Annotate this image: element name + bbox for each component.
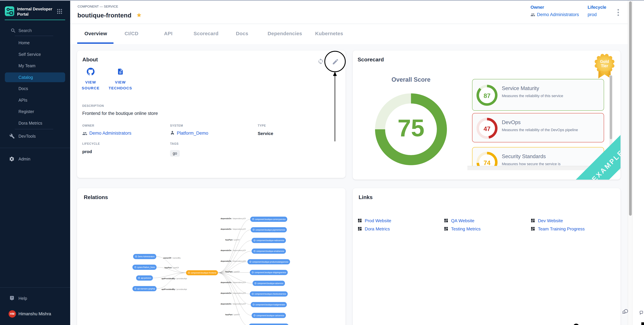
svg-text:component:boutique-loadgenerat: component:boutique-loadgenerator	[255, 304, 285, 306]
svg-text:component:boutique-redisservic: component:boutique-redisservice	[256, 239, 284, 242]
svg-text:dependsOn / dependencyOf: dependsOn / dependencyOf	[220, 303, 246, 305]
svg-text:hasPart / partOf: hasPart / partOf	[164, 267, 179, 269]
svg-text:api:starwars-graphql: api:starwars-graphql	[137, 288, 155, 290]
svg-text:component:boutique-checkoutser: component:boutique-checkoutservice	[254, 293, 286, 295]
svg-text:Gold: Gold	[600, 59, 609, 64]
svg-text:apiProvidedBy / providesApi: apiProvidedBy / providesApi	[162, 288, 187, 290]
svg-text:Demo Administrators: Demo Administrators	[138, 255, 154, 258]
svg-text:dependsOn / dependencyOf: dependsOn / dependencyOf	[220, 217, 246, 220]
svg-text:hasPart / partOf: hasPart / partOf	[225, 271, 240, 273]
svg-text:74: 74	[484, 159, 491, 166]
svg-text:component:boutique-paymentserv: component:boutique-paymentservice	[255, 229, 285, 231]
svg-text:system:Platform_Demo: system:Platform_Demo	[137, 266, 155, 269]
svg-text:component:boutique-currencyser: component:boutique-currencyservice	[255, 218, 286, 220]
svg-text:47: 47	[484, 125, 490, 132]
svg-text:75: 75	[398, 115, 424, 142]
svg-text:Tier: Tier	[601, 64, 608, 68]
svg-text:component:boutique-emailservic: component:boutique-emailservice	[256, 250, 284, 252]
svg-text:component:boutique-adservice: component:boutique-adservice	[257, 282, 283, 285]
svg-text:ownerOf / ownedBy: ownerOf / ownedBy	[163, 257, 181, 259]
svg-text:dependsOn / dependencyOf: dependsOn / dependencyOf	[220, 281, 246, 284]
svg-text:api:petstore: api:petstore	[141, 277, 151, 279]
svg-text:dependsOn / dependencyOf: dependsOn / dependencyOf	[220, 228, 246, 230]
svg-text:component:boutique-frontend: component:boutique-frontend	[191, 272, 216, 274]
svg-text:dependsOn / dependencyOf: dependsOn / dependencyOf	[220, 260, 246, 262]
svg-text:component:boutique-cartservice: component:boutique-cartservice	[256, 314, 284, 317]
svg-text:apiProvidedBy / providesApi: apiProvidedBy / providesApi	[162, 277, 187, 280]
svg-text:component:boutique-shippingser: component:boutique-shippingservice	[254, 271, 286, 274]
svg-text:dependsOn / dependencyOf: dependsOn / dependencyOf	[220, 249, 246, 251]
svg-text:hasPart / partOf: hasPart / partOf	[225, 314, 240, 316]
svg-text:hasPart / partOf: hasPart / partOf	[225, 239, 240, 241]
svg-text:dependsOn / dependencyOf: dependsOn / dependencyOf	[220, 292, 246, 294]
svg-text:87: 87	[484, 92, 490, 99]
svg-text:component:boutique-productcata: component:boutique-productcatalogservice	[252, 261, 288, 263]
svg-text:?: ?	[11, 297, 13, 299]
